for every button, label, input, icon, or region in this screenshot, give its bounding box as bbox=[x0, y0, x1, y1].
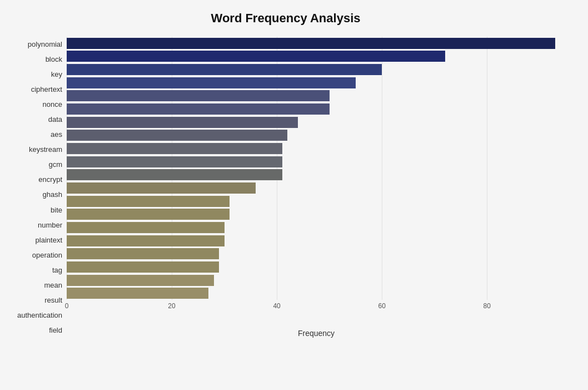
y-label-field: field bbox=[49, 327, 62, 334]
bar-row-gcm bbox=[67, 142, 566, 155]
y-label-result: result bbox=[44, 297, 62, 304]
y-label-encrypt: encrypt bbox=[38, 176, 62, 183]
y-label-tag: tag bbox=[52, 266, 62, 274]
y-label-keystream: keystream bbox=[29, 146, 62, 153]
bar-row-plaintext bbox=[67, 208, 566, 221]
bar-number bbox=[67, 196, 230, 207]
y-label-bite: bite bbox=[51, 206, 62, 214]
bar-keystream bbox=[67, 130, 287, 141]
chart-area: polynomialblockkeyciphertextnoncedataaes… bbox=[6, 37, 566, 338]
y-label-aes: aes bbox=[51, 131, 62, 138]
bar-ghash bbox=[67, 169, 282, 180]
x-axis-container: 020406080 bbox=[67, 300, 566, 317]
y-labels: polynomialblockkeyciphertextnoncedataaes… bbox=[6, 37, 67, 338]
bar-encrypt bbox=[67, 156, 282, 167]
bar-row-data bbox=[67, 102, 566, 116]
y-label-number: number bbox=[38, 221, 62, 229]
x-tick-0: 0 bbox=[65, 302, 69, 310]
bar-row-mean bbox=[67, 248, 566, 261]
bar-tag bbox=[67, 235, 225, 246]
bar-nonce bbox=[67, 90, 330, 101]
y-label-block: block bbox=[46, 56, 62, 63]
bar-row-ghash bbox=[67, 169, 566, 182]
y-label-authentication: authentication bbox=[17, 312, 62, 319]
bar-ciphertext bbox=[67, 77, 356, 88]
bar-row-field bbox=[67, 287, 566, 300]
bars-inner bbox=[67, 37, 566, 300]
bars-section: 020406080 Frequency bbox=[67, 37, 566, 338]
y-label-data: data bbox=[48, 116, 62, 123]
bar-mean bbox=[67, 248, 219, 259]
bar-row-polynomial bbox=[67, 37, 566, 50]
x-tick-80: 80 bbox=[484, 302, 491, 310]
x-axis-label: Frequency bbox=[67, 329, 566, 338]
chart-container: Word Frequency Analysis polynomialblockk… bbox=[0, 0, 588, 390]
x-tick-40: 40 bbox=[273, 302, 280, 310]
bar-row-nonce bbox=[67, 90, 566, 103]
bar-row-ciphertext bbox=[67, 76, 566, 90]
bar-row-key bbox=[67, 63, 566, 76]
bar-key bbox=[67, 64, 382, 75]
bar-plaintext bbox=[67, 209, 230, 220]
bar-block bbox=[67, 51, 445, 62]
bar-row-block bbox=[67, 50, 566, 63]
x-tick-20: 20 bbox=[168, 302, 175, 310]
y-label-polynomial: polynomial bbox=[28, 41, 62, 48]
bar-row-aes bbox=[67, 116, 566, 129]
bar-row-result bbox=[67, 260, 566, 274]
y-label-mean: mean bbox=[44, 282, 62, 289]
bar-bite bbox=[67, 182, 256, 194]
bar-gcm bbox=[67, 143, 282, 154]
x-tick-60: 60 bbox=[378, 302, 385, 310]
y-label-gcm: gcm bbox=[48, 161, 62, 168]
bar-row-encrypt bbox=[67, 155, 566, 169]
y-label-nonce: nonce bbox=[43, 101, 62, 108]
bar-authentication bbox=[67, 275, 214, 286]
y-label-key: key bbox=[51, 71, 62, 78]
bar-field bbox=[67, 288, 208, 299]
bar-row-bite bbox=[67, 181, 566, 195]
bar-row-keystream bbox=[67, 129, 566, 142]
bar-operation bbox=[67, 222, 225, 233]
y-label-plaintext: plaintext bbox=[36, 236, 62, 244]
bar-result bbox=[67, 261, 219, 273]
y-label-ghash: ghash bbox=[43, 191, 62, 198]
bar-row-tag bbox=[67, 234, 566, 248]
bar-row-operation bbox=[67, 221, 566, 234]
chart-title: Word Frequency Analysis bbox=[6, 11, 566, 26]
y-label-operation: operation bbox=[32, 251, 62, 259]
bar-polynomial bbox=[67, 38, 555, 49]
bar-aes bbox=[67, 117, 298, 128]
y-label-ciphertext: ciphertext bbox=[31, 86, 62, 93]
bar-row-number bbox=[67, 195, 566, 208]
bar-row-authentication bbox=[67, 274, 566, 287]
bar-data bbox=[67, 103, 330, 115]
